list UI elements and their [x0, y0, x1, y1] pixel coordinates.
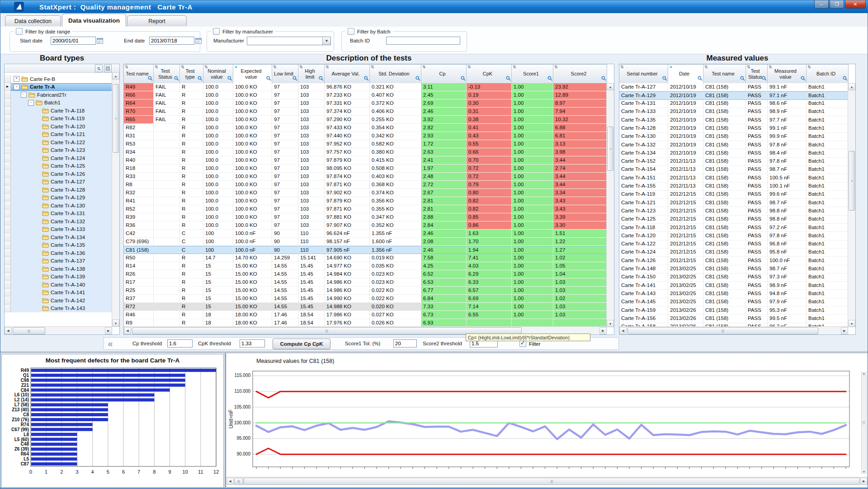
measured-column-header-serial-number[interactable]: ⇅Serial number — [619, 64, 668, 83]
tree-grid-button[interactable] — [104, 65, 112, 72]
filter-checkbox[interactable] — [519, 340, 526, 347]
tests-table-row[interactable]: R65FAILR100.0100.0 KO9710397.290 KO0.255… — [124, 116, 607, 124]
tests-table-row[interactable]: R18R100.0100.0 KO9710398.095 KO0.508 KO1… — [124, 165, 607, 173]
measured-table-row[interactable]: Carte Tr-A-1352012/10/19C81 (158)PASS97.… — [619, 116, 849, 124]
measured-table-row[interactable]: Carte Tr-A-1202012/12/15C81 (158)PASS97.… — [619, 232, 849, 240]
tests-table-row[interactable]: C42C100100.0 nF9011096.624 nF1.355 nF2.4… — [124, 230, 607, 238]
tree-item-carte-tr-a-137[interactable]: Carte Tr-A-137 — [5, 257, 112, 265]
measured-column-header-batch-id[interactable]: ⇅Batch ID — [807, 64, 849, 83]
tests-vertical-scrollbar[interactable]: ▲ ≡ ▼ — [606, 83, 614, 327]
tree-item-carte-tr-a-118[interactable]: Carte Tr-A-118 — [5, 107, 112, 115]
tree-item-carte-tr-a-142[interactable]: Carte Tr-A-142 — [5, 296, 112, 305]
measured-table-row[interactable]: Carte Tr-A-1562013/02/26C81 (158)PASS99.… — [619, 315, 849, 323]
measured-table-row[interactable]: Carte Tr-A-1322012/10/19C81 (158)PASS97.… — [619, 141, 849, 149]
measured-table-row[interactable]: Carte Tr-A-1182012/12/15C81 (158)PASS97.… — [619, 224, 849, 232]
measured-table-row[interactable]: Carte Tr-A-1512012/11/13C81 (158)PASS100… — [619, 174, 849, 182]
measured-table-row[interactable]: Carte Tr-A-1302012/10/19C81 (158)PASS99.… — [619, 133, 849, 141]
manufacturer-select[interactable]: ▼ — [247, 37, 331, 45]
scroll-down-icon[interactable]: ▼ — [112, 320, 119, 327]
collapse-icon[interactable]: - — [28, 100, 34, 106]
measured-table-row[interactable]: Carte Tr-A-1272012/10/19C81 (158)PASS99.… — [619, 83, 849, 91]
measured-table-row[interactable]: Carte Tr-A-1502013/02/25C81 (158)PASS97.… — [619, 273, 849, 282]
measured-table-row[interactable]: Carte Tr-A-1252012/12/15C81 (158)PASS98.… — [619, 216, 849, 224]
tree-item-carte-tr-a-122[interactable]: Carte Tr-A-122 — [5, 138, 112, 146]
line-chart-hscrollbar-thumb[interactable]: ||| — [244, 478, 860, 485]
tab-data-visualization[interactable]: Data visualization — [62, 14, 126, 27]
tests-scrollbar-thumb[interactable]: ≡ — [607, 127, 613, 171]
tree-sort-button[interactable]: ⇅ — [95, 65, 103, 72]
tests-column-header-test-name[interactable]: ⇅Test name — [124, 64, 154, 83]
minimize-button[interactable]: – — [814, 0, 829, 9]
close-button[interactable]: ✕ — [845, 0, 866, 9]
tests-column-header-score2[interactable]: ⇅Score2 — [553, 64, 607, 83]
tree-item-carte-tr-a-135[interactable]: Carte Tr-A-135 — [5, 241, 112, 249]
tests-column-header-test-type[interactable]: ⇅Test type — [180, 64, 203, 83]
tree-item-carte-tr-a-136[interactable]: Carte Tr-A-136 — [5, 249, 112, 257]
tree-item-carte-tr-a-133[interactable]: Carte Tr-A-133 — [5, 226, 112, 234]
tests-table-row[interactable]: R50R14.714.70 KO14.25915.14114.690 KO0.0… — [124, 254, 607, 262]
tree-hscrollbar-thumb[interactable]: ||| — [13, 327, 45, 334]
measured-table-row[interactable]: Carte Tr-A-1282012/10/19C81 (158)PASS99.… — [619, 124, 849, 132]
end-date-input[interactable] — [149, 37, 194, 45]
collapse-icon[interactable]: - — [14, 84, 19, 90]
scroll-right-icon[interactable]: ▶ — [105, 327, 112, 334]
tests-table-row[interactable]: R53R100.0100.0 KO9710397.952 KO0.582 KO1… — [124, 140, 607, 148]
tree-item-fabricant2tr[interactable]: -Fabricant2Tr — [5, 91, 112, 99]
tree-item-carte-tr-a-129[interactable]: Carte Tr-A-129 — [5, 194, 112, 202]
search-icon[interactable] — [266, 76, 271, 82]
scroll-right-icon[interactable]: ▶ — [860, 478, 868, 485]
measured-table-row[interactable]: Carte Tr-A-1522012/11/13C81 (158)PASS97.… — [619, 158, 849, 166]
tree-vertical-scrollbar[interactable]: ▲ ≡ ▼ — [112, 72, 119, 327]
tree-item-carte-tr-a-121[interactable]: Carte Tr-A-121 — [5, 131, 112, 139]
search-icon[interactable] — [801, 76, 806, 82]
tests-column-header-low-limit[interactable]: ⇅Low limit — [272, 64, 298, 83]
search-icon[interactable] — [698, 76, 703, 82]
tab-data-collection[interactable]: Data collection — [5, 15, 61, 26]
search-icon[interactable] — [843, 76, 848, 82]
search-icon[interactable] — [227, 76, 232, 82]
measured-table-row[interactable]: Carte Tr-A-1232012/12/15C81 (158)PASS98.… — [619, 207, 849, 215]
scroll-down-icon[interactable]: ▼ — [607, 320, 614, 327]
scroll-right-icon[interactable]: ▶ — [599, 327, 607, 334]
tests-column-header-nominal-value[interactable]: ⇅Nominal value — [203, 64, 233, 83]
measured-table-row[interactable]: Carte Tr-A-1242012/12/15C81 (158)PASS95.… — [619, 249, 849, 257]
cp-threshold-input[interactable] — [167, 339, 193, 348]
measured-vertical-scrollbar[interactable]: ▲ ≡ ▼ — [848, 83, 855, 327]
tree-item-carte-tr-a-127[interactable]: Carte Tr-A-127 — [5, 178, 112, 186]
tests-table-row[interactable]: R49FAILR100.0100.0 KO9710396.876 KO0.321… — [124, 83, 607, 91]
tests-table-row[interactable]: R64FAILR100.0100.0 KO9710397.331 KO0.372… — [124, 99, 607, 108]
tests-table-row[interactable]: C79 (696)C100100.0 nF9011098.157 nF1.600… — [124, 238, 607, 246]
tests-table-row[interactable]: R41R100.0100.0 KO9710397.879 KO0.356 KO2… — [124, 197, 607, 205]
tests-table-row[interactable]: R31R100.0100.0 KO9710397.440 KO0.342 KO2… — [124, 132, 607, 140]
measured-table-row[interactable]: Carte Tr-A-1262012/12/15C81 (158)PASS100… — [619, 257, 849, 265]
tests-table-row[interactable]: R17R1515.00 KO14.5515.4514.986 KO0.023 K… — [124, 278, 607, 287]
tests-table-row[interactable]: R70FAILR100.0100.0 KO9710397.374 KO0.406… — [124, 108, 607, 116]
measured-column-header-date[interactable]: ▲Date — [668, 64, 703, 83]
search-icon[interactable] — [292, 76, 297, 82]
tree-item-carte-tr-a-125[interactable]: Carte Tr-A-125 — [5, 162, 112, 170]
line-chart-hscroll-grip[interactable]: ||| — [234, 478, 243, 485]
tests-table-row[interactable]: R8R100.0100.0 KO9710397.871 KO0.368 KO2.… — [124, 181, 607, 189]
tree-item-carte-tr-a-141[interactable]: Carte Tr-A-141 — [5, 289, 112, 297]
tree-scrollbar-thumb[interactable]: ≡ — [113, 84, 119, 153]
tab-report[interactable]: Report — [127, 15, 187, 26]
measured-table-row[interactable]: Carte Tr-A-1312012/10/19C81 (158)PASS98.… — [619, 100, 849, 108]
measured-table-row[interactable]: Carte Tr-A-1542012/11/13C81 (158)PASS98.… — [619, 166, 849, 174]
scroll-left-icon[interactable]: ◀ — [226, 478, 234, 485]
scroll-left-icon[interactable]: ◀ — [619, 327, 627, 334]
tests-table-row[interactable]: R32R100.0100.0 KO9710397.902 KO0.374 KO2… — [124, 189, 607, 197]
start-date-calendar-icon[interactable] — [96, 37, 104, 45]
scroll-left-icon[interactable]: ◀ — [124, 327, 131, 334]
measured-column-header-test-name[interactable]: ⇅Test name — [703, 64, 746, 83]
tree-item-carte-tr-a-140[interactable]: Carte Tr-A-140 — [5, 281, 112, 289]
search-icon[interactable] — [364, 76, 369, 82]
tests-table-row[interactable]: R34R100.0100.0 KO9710397.757 KO0.380 KO2… — [124, 148, 607, 156]
tree-item-carte-tr-a-126[interactable]: Carte Tr-A-126 — [5, 170, 112, 178]
tests-table-row[interactable]: R37R1515.00 KO14.5515.4514.990 KO0.022 K… — [124, 295, 607, 303]
scroll-up-icon[interactable]: ▲ — [607, 83, 614, 90]
measured-table-row[interactable]: Carte Tr-A-1332012/10/19C81 (158)PASS98.… — [619, 108, 849, 116]
tests-table-row[interactable]: C81 (158)C100100.0 nF9011097.905 nF1.356… — [124, 246, 607, 254]
tests-column-header-std-deviation[interactable]: ⇅Std. Deviation — [370, 64, 421, 83]
score1-tolerance-input[interactable] — [393, 339, 417, 348]
search-icon[interactable] — [198, 76, 203, 82]
